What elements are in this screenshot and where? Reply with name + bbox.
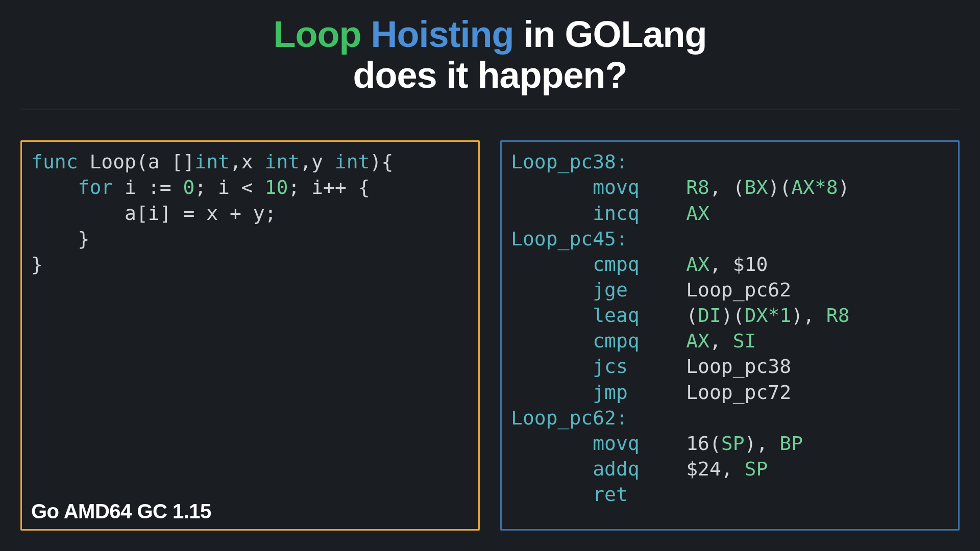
asm-label-text: Loop_pc62: <box>511 407 628 429</box>
asm-mnemonic: jmp <box>593 381 686 404</box>
asm-register: R8 <box>826 304 850 327</box>
num-zero: 0 <box>183 176 194 198</box>
asm-scale: *8 <box>815 176 838 198</box>
asm-mem: ) <box>838 176 850 198</box>
src-text: ; i++ { <box>288 176 370 198</box>
asm-register: BP <box>779 432 803 455</box>
kw-int: int <box>265 151 300 173</box>
src-text: } <box>31 228 89 250</box>
asm-instruction: jcs Loop_pc38 <box>511 354 949 379</box>
asm-register: SI <box>733 330 756 352</box>
asm-mnemonic: incq <box>593 202 686 224</box>
asm-immediate: $10 <box>733 253 768 276</box>
asm-label: Loop_pc38: <box>511 149 949 174</box>
kw-int: int <box>335 151 370 173</box>
asm-register: SP <box>721 432 745 455</box>
kw-for: for <box>31 176 113 198</box>
asm-label-ref: Loop_pc62 <box>686 279 791 301</box>
asm-register: BX <box>745 176 768 198</box>
kw-func: func <box>31 151 78 173</box>
asm-label-ref: Loop_pc72 <box>686 381 791 404</box>
title-block: Loop Hoisting in GOLang does it happen? <box>20 15 960 94</box>
asm-sep: , <box>709 253 733 276</box>
src-text: Loop(a [] <box>78 151 195 173</box>
asm-instruction: addq $24, SP <box>511 456 949 482</box>
asm-register: DX <box>745 304 768 327</box>
asm-mnemonic: movq <box>593 176 686 198</box>
src-text: } <box>31 253 43 276</box>
source-panel: func Loop(a []int,x int,y int){ for i :=… <box>20 140 480 531</box>
content-row: func Loop(a []int,x int,y int){ for i :=… <box>20 140 960 531</box>
asm-label: Loop_pc62: <box>511 405 949 431</box>
asm-register: DI <box>698 304 721 327</box>
title-word-hoisting: Hoisting <box>371 14 513 55</box>
asm-sep: , <box>756 432 779 455</box>
asm-sep: , <box>709 176 733 198</box>
divider <box>20 109 960 110</box>
asm-instruction: movq R8, (BX)(AX*8) <box>511 174 949 200</box>
asm-panel: Loop_pc38: movq R8, (BX)(AX*8) incq AXLo… <box>500 140 960 531</box>
asm-mnemonic: movq <box>593 432 686 455</box>
asm-scale: *1 <box>768 304 791 327</box>
asm-mem: ( <box>686 304 698 327</box>
asm-mem: ) <box>745 432 756 455</box>
asm-register: SP <box>745 458 768 480</box>
num-ten: 10 <box>265 176 288 198</box>
asm-label-ref: Loop_pc38 <box>686 355 791 378</box>
asm-instruction: jge Loop_pc62 <box>511 277 949 303</box>
src-text: ){ <box>370 151 394 173</box>
asm-mem: ) <box>791 304 803 327</box>
asm-sep: , <box>721 458 745 480</box>
src-text: ; i < <box>194 176 264 198</box>
asm-sep: , <box>803 304 826 327</box>
asm-register: AX <box>686 202 709 224</box>
asm-label-text: Loop_pc38: <box>511 151 628 173</box>
title-line-2: does it happen? <box>20 56 960 95</box>
src-text: ,x <box>230 151 265 173</box>
asm-immediate: $24 <box>686 458 721 480</box>
asm-instruction: jmp Loop_pc72 <box>511 380 949 405</box>
asm-instruction: cmpq AX, $10 <box>511 252 949 277</box>
src-text: ,y <box>300 151 335 173</box>
asm-listing: Loop_pc38: movq R8, (BX)(AX*8) incq AXLo… <box>511 149 949 507</box>
asm-instruction: incq AX <box>511 201 949 226</box>
title-word-rest: in GOLang <box>523 14 706 55</box>
asm-mem: )( <box>768 176 791 198</box>
source-code: func Loop(a []int,x int,y int){ for i :=… <box>31 149 469 277</box>
title-word-loop: Loop <box>274 14 361 55</box>
asm-register: AX <box>686 330 709 352</box>
asm-register: AX <box>686 253 709 276</box>
kw-int: int <box>194 151 230 173</box>
asm-mnemonic: cmpq <box>593 330 686 352</box>
asm-instruction: leaq (DI)(DX*1), R8 <box>511 303 949 328</box>
asm-mnemonic: jge <box>593 279 686 301</box>
asm-instruction: ret <box>511 482 949 507</box>
asm-mnemonic: jcs <box>593 355 686 378</box>
asm-mnemonic: addq <box>593 458 686 480</box>
src-text: i := <box>113 176 183 198</box>
asm-sep: , <box>709 330 733 352</box>
title-line-1: Loop Hoisting in GOLang <box>20 15 960 54</box>
asm-instruction: cmpq AX, SI <box>511 328 949 354</box>
asm-instruction: movq 16(SP), BP <box>511 431 949 456</box>
asm-label-text: Loop_pc45: <box>511 228 628 250</box>
asm-mnemonic: ret <box>593 483 686 506</box>
asm-label: Loop_pc45: <box>511 226 949 252</box>
compiler-caption: Go AMD64 GC 1.15 <box>31 500 211 523</box>
asm-mem: ( <box>733 176 745 198</box>
asm-mnemonic: cmpq <box>593 253 686 276</box>
slide: Loop Hoisting in GOLang does it happen? … <box>0 0 980 551</box>
src-text: a[i] = x + y; <box>31 202 276 224</box>
asm-mem: )( <box>721 304 745 327</box>
asm-mem: 16( <box>686 432 721 455</box>
asm-mnemonic: leaq <box>593 304 686 327</box>
asm-register: AX <box>791 176 815 198</box>
asm-register: R8 <box>686 176 709 198</box>
